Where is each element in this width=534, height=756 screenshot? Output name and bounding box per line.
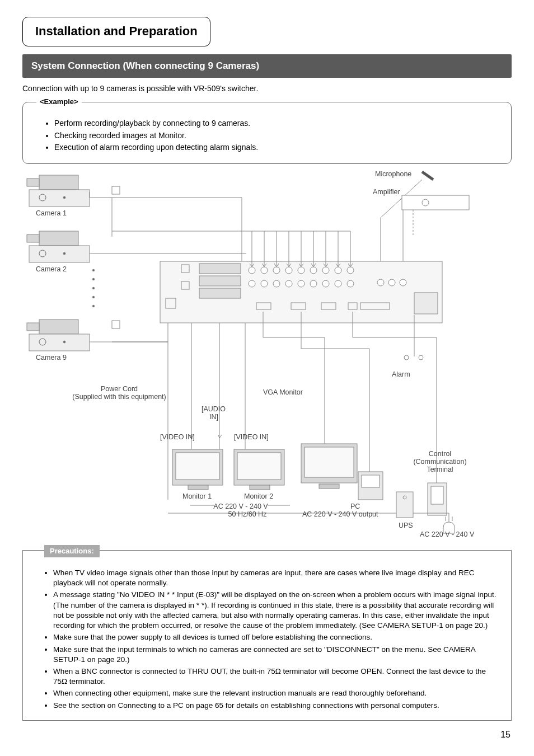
svg-point-41 (347, 267, 354, 274)
svg-point-52 (388, 279, 395, 286)
label-alarm: Alarm (392, 370, 410, 380)
svg-line-63 (422, 172, 433, 180)
svg-rect-59 (414, 293, 438, 314)
svg-point-45 (285, 280, 292, 287)
svg-point-40 (335, 267, 341, 274)
svg-point-17 (92, 287, 95, 289)
svg-point-104 (419, 355, 423, 360)
svg-point-53 (400, 279, 406, 286)
svg-point-48 (322, 280, 329, 287)
svg-point-16 (92, 278, 95, 280)
svg-point-35 (273, 267, 280, 274)
svg-rect-87 (188, 485, 208, 490)
svg-rect-20 (39, 320, 78, 334)
svg-rect-25 (112, 321, 120, 328)
svg-point-50 (347, 280, 354, 287)
precaution-item: Make sure that the input terminals to wh… (53, 645, 500, 665)
svg-rect-10 (27, 234, 39, 242)
label-power-cord-2: (Supplied with this equipment) (49, 392, 189, 402)
svg-point-51 (377, 279, 384, 286)
svg-rect-95 (305, 447, 354, 477)
svg-point-24 (63, 341, 65, 343)
svg-rect-30 (199, 264, 241, 274)
svg-rect-5 (112, 186, 120, 194)
label-audio-in-2: IN] (209, 412, 218, 422)
svg-point-19 (92, 305, 95, 307)
label-control-3: Terminal (406, 465, 474, 475)
svg-rect-21 (27, 323, 39, 331)
precaution-item: When a BNC connector is connected to THR… (53, 666, 500, 687)
page-number: 15 (22, 729, 512, 741)
intro-paragraph: Connection with up to 9 cameras is possi… (22, 83, 512, 95)
svg-point-47 (310, 280, 317, 287)
svg-point-39 (322, 267, 329, 274)
svg-point-13 (63, 252, 65, 255)
svg-point-103 (404, 355, 409, 360)
svg-rect-9 (39, 231, 78, 246)
svg-rect-101 (362, 475, 380, 487)
example-item: Execution of alarm recording upon detect… (54, 142, 499, 153)
svg-point-34 (261, 267, 268, 274)
svg-rect-2 (29, 190, 90, 206)
svg-point-15 (92, 269, 95, 271)
label-monitor2: Monitor 2 (244, 492, 273, 502)
svg-point-37 (298, 267, 305, 274)
chapter-title: Installation and Preparation (35, 23, 198, 40)
svg-rect-31 (199, 276, 241, 286)
svg-rect-22 (29, 334, 90, 351)
svg-rect-86 (176, 453, 219, 480)
precautions-box: Precautions: When TV video image signals… (22, 550, 512, 721)
svg-rect-96 (319, 484, 339, 489)
svg-rect-0 (39, 175, 78, 190)
svg-rect-90 (250, 485, 270, 490)
label-ac-side: AC 220 V - 240 V (420, 530, 474, 540)
label-video-in-left: [VIDEO IN] (160, 433, 195, 443)
example-legend: <Example> (36, 97, 82, 107)
svg-rect-66 (402, 195, 469, 210)
precautions-list: When TV video image signals other than t… (34, 568, 500, 711)
label-ups: UPS (399, 521, 413, 531)
example-box: <Example> Perform recording/playback by … (22, 102, 512, 164)
example-item: Perform recording/playback by connecting… (54, 118, 499, 129)
svg-point-36 (285, 267, 292, 274)
svg-rect-109 (431, 486, 443, 504)
label-camera2: Camera 2 (36, 265, 67, 275)
precaution-item: When TV video image signals other than t… (53, 568, 500, 588)
label-video-in-right: [VIDEO IN] (234, 433, 269, 443)
connection-diagram: Camera 1 Camera 2 Camera 9 Microphone Am… (22, 170, 512, 544)
label-vga-monitor: VGA Monitor (263, 388, 303, 398)
svg-point-33 (249, 267, 255, 274)
example-item: Checking recorded images at Monitor. (54, 130, 499, 142)
precaution-item: When connecting other equipment, make su… (53, 688, 500, 698)
label-camera1: Camera 1 (36, 209, 67, 219)
svg-point-46 (298, 280, 305, 287)
label-microphone: Microphone (375, 170, 411, 180)
label-monitor1: Monitor 1 (182, 492, 212, 502)
precaution-item: A message stating "No VIDEO IN * * Input… (53, 590, 500, 631)
label-amplifier: Amplifier (373, 187, 400, 198)
svg-point-18 (92, 296, 95, 298)
svg-point-38 (310, 267, 317, 274)
section-heading: System Connection (When connecting 9 Cam… (22, 54, 512, 78)
precaution-item: See the section on Connecting to a PC on… (53, 701, 500, 711)
label-ac-main-2: 50 Hz/60 Hz (203, 510, 292, 520)
svg-point-49 (335, 280, 341, 287)
svg-point-42 (249, 280, 255, 287)
svg-rect-11 (29, 246, 90, 262)
svg-rect-32 (199, 288, 241, 298)
svg-point-43 (261, 280, 268, 287)
svg-point-44 (273, 280, 280, 287)
precaution-item: Make sure that the power supply to all d… (53, 632, 500, 642)
svg-rect-1 (27, 179, 39, 186)
svg-rect-89 (237, 453, 281, 480)
chapter-title-box: Installation and Preparation (22, 17, 210, 46)
svg-point-4 (63, 196, 65, 199)
example-list: Perform recording/playback by connecting… (35, 118, 499, 153)
label-camera9: Camera 9 (36, 353, 67, 363)
precautions-legend: Precautions: (44, 545, 100, 557)
label-ac-output: AC 220 V - 240 V output (302, 510, 378, 520)
